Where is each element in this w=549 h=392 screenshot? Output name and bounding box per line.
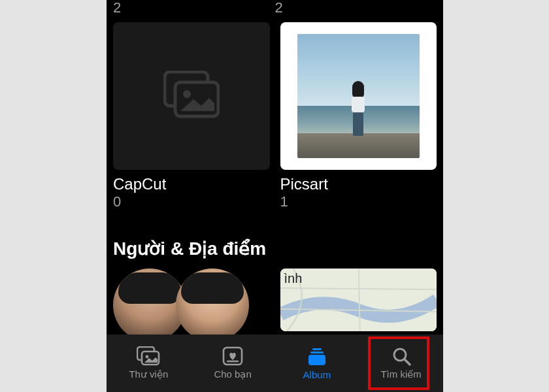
tab-label: Tìm kiếm [380,368,421,380]
tab-label: Thư viện [129,368,168,380]
album-name-label: CapCut [113,175,270,193]
album-capcut[interactable]: CapCut 0 [113,22,270,210]
scroll-content[interactable]: 2 2 CapCut 0 [107,0,443,335]
albums-stack-icon [307,347,327,367]
svg-point-2 [183,90,191,98]
svg-line-13 [405,359,410,365]
svg-rect-9 [312,348,322,350]
previous-row-counts: 2 2 [107,0,443,16]
tab-library[interactable]: Thư viện [107,335,191,392]
album-count-label: 0 [113,193,270,210]
photos-app-screen: 2 2 CapCut 0 [107,0,443,392]
album-picsart[interactable]: Picsart 1 [280,22,437,210]
section-title-people-places: Người & Địa điểm [107,238,443,259]
people-places-row: ình [107,259,443,331]
album-thumbnail-photo [280,22,437,170]
beach-photo-preview [297,34,420,158]
album-count-previous-left: 2 [113,0,275,16]
people-album[interactable] [113,269,270,331]
tab-search[interactable]: Tìm kiếm [359,335,443,392]
svg-rect-1 [175,82,218,116]
svg-rect-11 [308,355,325,365]
album-name-label: Picsart [280,175,437,193]
album-thumbnail-empty [113,22,270,170]
album-count-label: 1 [280,193,437,210]
svg-point-6 [146,355,149,359]
tab-label: Cho bạn [214,368,251,380]
search-icon [391,346,412,366]
album-count-previous-right: 2 [275,0,437,16]
tab-label: Album [303,369,331,380]
tab-bar: Thư viện Cho bạn Album Tìm kiếm [107,335,443,392]
face-avatar [176,269,249,335]
svg-rect-10 [310,351,324,353]
tab-for-you[interactable]: Cho bạn [191,335,275,392]
map-city-label-partial: ình [284,271,303,286]
albums-row: CapCut 0 Picsart 1 [107,16,443,210]
photostack-icon [163,71,220,122]
heart-card-icon [222,346,243,366]
photostack-icon [137,346,160,366]
places-album-map[interactable]: ình [280,269,437,331]
tab-album[interactable]: Album [275,335,359,392]
